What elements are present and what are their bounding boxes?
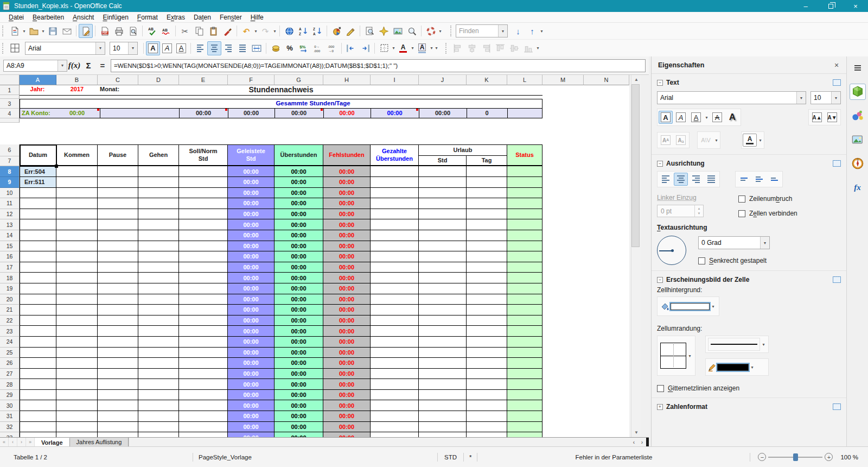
- cell-I17[interactable]: [371, 262, 419, 273]
- cell-H15[interactable]: 00:00: [323, 241, 371, 252]
- export-pdf-button[interactable]: PDF: [98, 24, 112, 38]
- cell-C23[interactable]: [98, 326, 138, 337]
- cell-A33[interactable]: [20, 432, 56, 437]
- cell-J29[interactable]: [419, 390, 467, 401]
- cell-C25[interactable]: [98, 348, 138, 358]
- dropdown-icon[interactable]: ▾: [796, 92, 806, 104]
- cell-C18[interactable]: [98, 273, 138, 283]
- row-header-15[interactable]: 15: [0, 241, 20, 252]
- cell-D29[interactable]: [138, 390, 179, 401]
- font-size-select[interactable]: 10 ▾: [110, 42, 138, 55]
- cell-N13[interactable]: [584, 219, 629, 230]
- cell-L22[interactable]: [507, 315, 542, 326]
- cell-D26[interactable]: [138, 358, 179, 369]
- cell-M22[interactable]: [542, 315, 584, 326]
- align-toolbar-overflow[interactable]: ▾: [535, 41, 540, 55]
- cell-K23[interactable]: [467, 326, 507, 337]
- cell-F30[interactable]: 00:00: [228, 400, 275, 411]
- cell-G16[interactable]: 00:00: [275, 251, 323, 262]
- cell-N22[interactable]: [584, 315, 629, 326]
- cell-B24[interactable]: [56, 337, 98, 348]
- cell-E8[interactable]: [179, 166, 228, 177]
- column-header-F[interactable]: F: [228, 75, 275, 85]
- cell-G4[interactable]: 00:00: [275, 110, 323, 116]
- cell-I26[interactable]: [371, 358, 419, 369]
- row-header-21[interactable]: 21: [0, 305, 20, 315]
- cell-C9[interactable]: [98, 177, 138, 188]
- print-button[interactable]: [112, 24, 126, 38]
- row-header-11[interactable]: 11: [0, 198, 20, 209]
- cell-L29[interactable]: [507, 390, 542, 401]
- cell-H19[interactable]: 00:00: [323, 283, 371, 294]
- italic-button[interactable]: A: [160, 41, 174, 55]
- sidebar-align-right-button[interactable]: [689, 173, 703, 186]
- background-color-swatch[interactable]: [671, 303, 710, 310]
- restore-button[interactable]: [818, 0, 843, 12]
- header-fehlstunden[interactable]: Fehlstunden: [323, 144, 371, 166]
- cell-J22[interactable]: [419, 315, 467, 326]
- object-align-right-button[interactable]: [479, 41, 493, 55]
- cell-N33[interactable]: [584, 432, 629, 437]
- cell-I10[interactable]: [371, 188, 419, 199]
- scroll-down-icon[interactable]: ▼: [631, 428, 641, 437]
- cell-A27[interactable]: [20, 369, 56, 380]
- help-button[interactable]: [424, 24, 438, 38]
- cell-H30[interactable]: 00:00: [323, 400, 371, 411]
- cell-G22[interactable]: 00:00: [275, 315, 323, 326]
- menu-format[interactable]: Format: [133, 12, 162, 22]
- cell-G25[interactable]: 00:00: [275, 348, 323, 358]
- cell-K10[interactable]: [467, 188, 507, 199]
- find-input[interactable]: Finden ▾: [456, 24, 508, 37]
- scroll-right-icon[interactable]: ›: [638, 438, 646, 446]
- align-justified-button[interactable]: [235, 41, 250, 55]
- cell-F22[interactable]: 00:00: [228, 315, 275, 326]
- cell-A8[interactable]: Err:504: [20, 166, 56, 177]
- cell-F13[interactable]: 00:00: [228, 219, 275, 230]
- row-header-16[interactable]: 16: [0, 251, 20, 262]
- cell-M23[interactable]: [542, 326, 584, 337]
- cell-L19[interactable]: [507, 283, 542, 294]
- cell-G26[interactable]: 00:00: [275, 358, 323, 369]
- cell-M24[interactable]: [542, 337, 584, 348]
- cell-I27[interactable]: [371, 369, 419, 380]
- cell-I20[interactable]: [371, 294, 419, 305]
- number-format-standard-button[interactable]: $%: [297, 41, 311, 55]
- cell-L30[interactable]: [507, 400, 542, 411]
- cell-D20[interactable]: [138, 294, 179, 305]
- row-header-5[interactable]: [0, 118, 20, 123]
- cell-A16[interactable]: [20, 251, 56, 262]
- row-header-6-7[interactable]: 67: [0, 144, 20, 166]
- cell-L15[interactable]: [507, 241, 542, 252]
- font-name-dropdown[interactable]: ▾: [95, 42, 105, 54]
- increase-font-button[interactable]: A▲: [810, 111, 824, 124]
- menu-fenster[interactable]: Fenster: [215, 12, 246, 22]
- borders-dropdown[interactable]: ▾: [391, 41, 396, 55]
- cell-E18[interactable]: [179, 273, 228, 283]
- cell-A30[interactable]: [20, 400, 56, 411]
- cell-A20[interactable]: [20, 294, 56, 305]
- cell-K11[interactable]: [467, 198, 507, 209]
- cell-E11[interactable]: [179, 198, 228, 209]
- dialog-launcher-icon[interactable]: [833, 403, 841, 410]
- row-header-8[interactable]: 8: [0, 166, 20, 177]
- cell-M13[interactable]: [542, 219, 584, 230]
- cell-L23[interactable]: [507, 326, 542, 337]
- paste-button[interactable]: [206, 24, 220, 38]
- cell-J33[interactable]: [419, 432, 467, 437]
- row-header-18[interactable]: 18: [0, 273, 20, 283]
- row-header-17[interactable]: 17: [0, 262, 20, 273]
- header-kommen[interactable]: Kommen: [56, 144, 98, 166]
- cell-G31[interactable]: 00:00: [275, 411, 323, 422]
- background-color-button[interactable]: A: [415, 41, 429, 55]
- object-align-bottom-button[interactable]: [521, 41, 535, 55]
- cell-M15[interactable]: [542, 241, 584, 252]
- cell-M26[interactable]: [542, 358, 584, 369]
- new-document-button[interactable]: [8, 24, 22, 38]
- bold-button[interactable]: A: [146, 41, 160, 55]
- cell-N29[interactable]: [584, 390, 629, 401]
- cell-C31[interactable]: [98, 411, 138, 422]
- cell-A15[interactable]: [20, 241, 56, 252]
- cell-E31[interactable]: [179, 411, 228, 422]
- expand-icon[interactable]: +: [657, 404, 663, 410]
- cell-D24[interactable]: [138, 337, 179, 348]
